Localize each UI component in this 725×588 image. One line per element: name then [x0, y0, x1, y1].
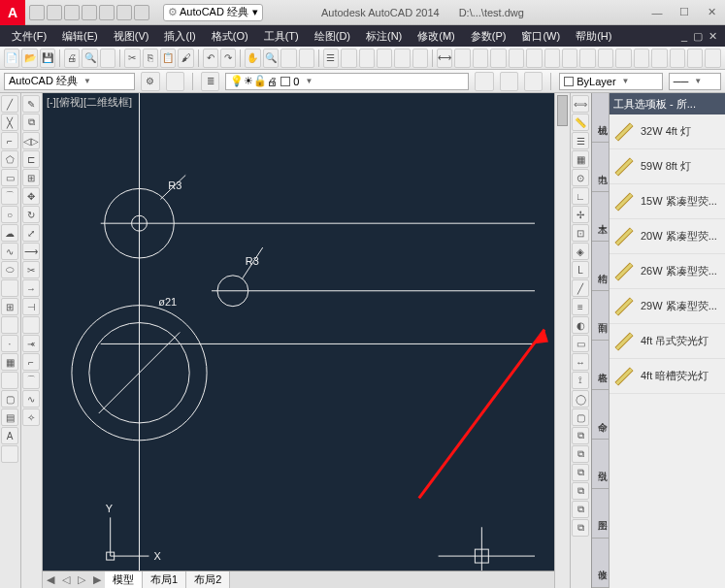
- layerctrl5-icon[interactable]: ⧉: [572, 501, 589, 518]
- table-icon[interactable]: ▤: [1, 408, 18, 426]
- osnap-icon[interactable]: ⊡: [572, 224, 589, 242]
- qat-save-icon[interactable]: [64, 5, 80, 20]
- join-icon[interactable]: ⤛: [22, 335, 40, 352]
- toolpalette-icon[interactable]: [359, 49, 375, 68]
- drawing-canvas[interactable]: R3 R3 ø21 X Y: [43, 93, 554, 571]
- lwt-icon[interactable]: ≡: [572, 298, 589, 315]
- drawing-viewport[interactable]: [-][俯视][二维线框] R3 R3 ø2: [43, 93, 554, 588]
- palette-item[interactable]: 59W 8ft 灯: [610, 149, 725, 184]
- properties-icon[interactable]: ☰: [323, 49, 339, 68]
- qat-saveas-icon[interactable]: [82, 5, 97, 20]
- layer-match-icon[interactable]: [524, 72, 543, 91]
- menu-file[interactable]: 文件(F): [6, 27, 52, 46]
- sc-icon[interactable]: ↔: [572, 353, 589, 371]
- open-icon[interactable]: 📂: [21, 49, 37, 68]
- accordion-tab-leader[interactable]: 引线: [592, 440, 609, 489]
- accordion-tab-structural[interactable]: 结构: [592, 242, 609, 291]
- dim-linear-icon[interactable]: ⟷: [437, 49, 452, 68]
- blend-icon[interactable]: ∿: [22, 390, 40, 408]
- fillet-icon[interactable]: ⌒: [22, 372, 40, 389]
- circle-icon[interactable]: ○: [1, 206, 18, 223]
- menu-insert[interactable]: 插入(I): [158, 27, 201, 46]
- break-icon[interactable]: [22, 316, 40, 334]
- accordion-tab-command[interactable]: 命令: [592, 390, 609, 440]
- accordion-tab-table[interactable]: 表格: [592, 341, 609, 390]
- dim-break-icon[interactable]: [634, 49, 649, 68]
- ortho-icon[interactable]: ∟: [572, 187, 589, 205]
- copy-icon[interactable]: ⎘: [143, 49, 158, 68]
- palette-item[interactable]: 4ft 暗槽荧光灯: [610, 359, 725, 394]
- layer-combo[interactable]: 💡 ☀ 🔓 🖨 0 ▼: [225, 73, 469, 90]
- gradient-icon[interactable]: [1, 372, 18, 389]
- close-button[interactable]: ✕: [698, 3, 725, 22]
- ann-icon[interactable]: ⟟: [572, 372, 589, 389]
- zoom-window-icon[interactable]: [280, 49, 296, 68]
- transparency-icon[interactable]: ◐: [572, 316, 589, 334]
- print-icon[interactable]: 🖨: [64, 49, 80, 68]
- dim-arc-icon[interactable]: [473, 49, 488, 68]
- insert-block-icon[interactable]: ⊞: [1, 298, 18, 315]
- qat-undo-icon[interactable]: [116, 5, 132, 20]
- dim-diameter-icon[interactable]: [526, 49, 542, 68]
- workspace-combo[interactable]: AutoCAD 经典 ▼: [4, 73, 135, 90]
- dim-radius-icon[interactable]: [509, 49, 524, 68]
- zoom-icon[interactable]: 🔍: [263, 49, 279, 68]
- palette-item[interactable]: 29W 紧凑型荧...: [610, 289, 725, 324]
- polygon-icon[interactable]: ⬠: [1, 150, 18, 168]
- accordion-tab-mechanical[interactable]: 机械: [592, 93, 609, 143]
- spline-icon[interactable]: ∿: [1, 243, 18, 260]
- otrack-icon[interactable]: ◈: [572, 243, 589, 260]
- annvis-icon[interactable]: ◯: [572, 390, 589, 408]
- menu-parametric[interactable]: 参数(P): [465, 27, 512, 46]
- quickselect-icon[interactable]: ☰: [572, 132, 589, 149]
- qat-print-icon[interactable]: [99, 5, 115, 20]
- preview-icon[interactable]: 🔍: [82, 49, 97, 68]
- tab-nav-first[interactable]: ◀: [43, 573, 58, 586]
- accordion-tab-hatch[interactable]: 剖面: [592, 291, 609, 341]
- tab-nav-last[interactable]: ▶: [89, 573, 105, 586]
- menu-draw[interactable]: 绘图(D): [309, 27, 356, 46]
- jogged-icon[interactable]: [705, 49, 720, 68]
- layerctrl6-icon[interactable]: ⧉: [572, 519, 589, 537]
- rectangle-icon[interactable]: ▭: [1, 169, 18, 186]
- chamfer-icon[interactable]: ⌐: [22, 353, 40, 371]
- mdi-close-button[interactable]: ✕: [707, 30, 719, 43]
- tab-layout1[interactable]: 布局1: [143, 572, 186, 588]
- layer-states-icon[interactable]: [475, 72, 493, 91]
- snap-icon[interactable]: ⊙: [572, 169, 589, 186]
- addselected-icon[interactable]: [1, 445, 18, 463]
- polar-icon[interactable]: ✢: [572, 206, 589, 223]
- qat-open-icon[interactable]: [47, 5, 62, 20]
- qat-redo-icon[interactable]: [134, 5, 149, 20]
- measure-icon[interactable]: 📏: [572, 114, 589, 131]
- calc-icon[interactable]: [412, 49, 428, 68]
- stretch-icon[interactable]: ⟶: [22, 243, 40, 260]
- dim-aligned-icon[interactable]: [454, 49, 470, 68]
- move-icon[interactable]: ✥: [22, 187, 40, 205]
- cut-icon[interactable]: ✂: [124, 49, 140, 68]
- vertical-scrollbar[interactable]: [554, 93, 570, 588]
- trim-icon[interactable]: ✂: [22, 261, 40, 278]
- save-icon[interactable]: 💾: [40, 49, 55, 68]
- scale-icon[interactable]: ⤢: [22, 224, 40, 242]
- xline-icon[interactable]: ╳: [1, 114, 18, 131]
- region-icon[interactable]: ▢: [1, 390, 18, 408]
- extend-icon[interactable]: →: [22, 279, 40, 297]
- tab-model[interactable]: 模型: [105, 572, 143, 588]
- linetype-combo[interactable]: ── ▼: [669, 73, 721, 90]
- menu-view[interactable]: 视图(V): [108, 27, 155, 46]
- menu-format[interactable]: 格式(O): [206, 27, 254, 46]
- pline-icon[interactable]: ⌐: [1, 132, 18, 149]
- ellipse-arc-icon[interactable]: [1, 279, 18, 297]
- array-icon[interactable]: ⊞: [22, 169, 40, 186]
- copy-object-icon[interactable]: ⧉: [22, 114, 40, 131]
- accordion-tab-modify[interactable]: 修改: [592, 539, 609, 588]
- workspace-dropdown[interactable]: ⚙ AutoCAD 经典 ▾: [163, 4, 263, 21]
- menu-dimension[interactable]: 标注(N): [360, 27, 408, 46]
- palette-title[interactable]: 工具选项板 - 所...: [610, 93, 725, 114]
- sheetset-icon[interactable]: [377, 49, 392, 68]
- workspace-save-icon[interactable]: [166, 72, 184, 91]
- menu-help[interactable]: 帮助(H): [570, 27, 617, 46]
- tab-nav-next[interactable]: ▷: [74, 573, 89, 586]
- tab-nav-prev[interactable]: ◁: [58, 573, 74, 586]
